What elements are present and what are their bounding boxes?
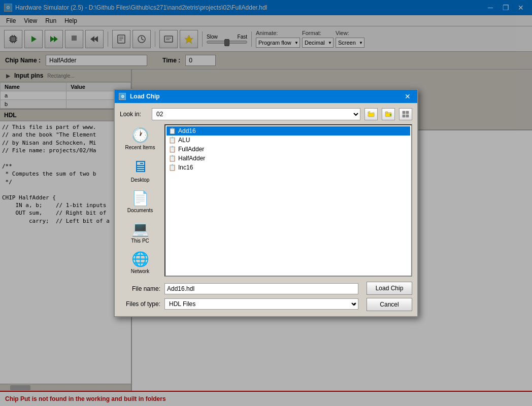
filetype-field: Files of type: HDL Files All Files <box>120 298 358 310</box>
dialog-title-bar: ⚙ Load Chip ✕ <box>115 90 417 103</box>
dialog-view-button[interactable] <box>399 108 412 120</box>
file-icon-add16: 📋 <box>169 127 176 134</box>
file-item-halfadder[interactable]: 📋 HalfAdder <box>167 154 410 163</box>
recent-label: Recent Items <box>125 145 155 150</box>
sidebar-item-desktop[interactable]: 🖥 Desktop <box>122 155 158 185</box>
dialog-title: Load Chip <box>130 93 160 100</box>
svg-rect-31 <box>385 112 388 113</box>
cancel-button[interactable]: Cancel <box>367 298 412 311</box>
dialog-toolbar-btn-up[interactable] <box>364 108 378 120</box>
filename-input[interactable] <box>164 283 358 294</box>
file-name-fulladder: FullAdder <box>178 146 204 153</box>
load-chip-dialog: ⚙ Load Chip ✕ Look in: 02 <box>114 89 418 317</box>
file-icon-inc16: 📋 <box>169 164 176 171</box>
dialog-close-button[interactable]: ✕ <box>402 91 413 101</box>
svg-rect-34 <box>406 111 409 114</box>
dialog-toolbar-btn-new[interactable]: + <box>382 108 395 120</box>
recent-icon: 🕐 <box>131 127 149 144</box>
sidebar-item-recent[interactable]: 🕐 Recent Items <box>122 124 158 153</box>
dialog-bottom: File name: Files of type: HDL Files All … <box>120 282 412 311</box>
svg-rect-36 <box>406 115 409 117</box>
dialog-lookin-select[interactable]: 02 <box>152 108 360 120</box>
dialog-action-buttons: Load Chip Cancel <box>367 282 412 311</box>
filename-label: File name: <box>120 285 160 292</box>
sidebar-item-thispc[interactable]: 💻 This PC <box>122 218 158 246</box>
desktop-label: Desktop <box>131 177 150 183</box>
desktop-icon: 🖥 <box>132 157 148 176</box>
file-icon-alu: 📋 <box>169 137 176 144</box>
network-label: Network <box>131 268 150 274</box>
sidebar-item-documents[interactable]: 📄 Documents <box>122 187 158 216</box>
dialog-main: 🕐 Recent Items 🖥 Desktop 📄 Documents 💻 T… <box>120 124 412 277</box>
thispc-icon: 💻 <box>131 220 149 237</box>
dialog-icon: ⚙ <box>119 93 126 100</box>
filename-field: File name: <box>120 283 358 294</box>
load-chip-button[interactable]: Load Chip <box>367 282 412 295</box>
file-name-inc16: Inc16 <box>178 164 193 171</box>
dialog-lookin-row: Look in: 02 + <box>120 108 412 120</box>
sidebar-item-network[interactable]: 🌐 Network <box>122 248 158 277</box>
network-icon: 🌐 <box>131 251 149 267</box>
documents-label: Documents <box>127 208 153 213</box>
documents-icon: 📄 <box>131 190 149 207</box>
file-item-alu[interactable]: 📋 ALU <box>167 136 410 145</box>
filetype-dropdown-wrapper: HDL Files All Files <box>164 298 358 310</box>
dialog-body: Look in: 02 + <box>115 103 417 316</box>
file-icon-fulladder: 📋 <box>169 146 176 153</box>
file-name-halfadder: HalfAdder <box>178 155 205 162</box>
file-item-inc16[interactable]: 📋 Inc16 <box>167 163 410 172</box>
dialog-file-list[interactable]: 📋 Add16 📋 ALU 📋 FullAdder 📋 HalfAdder 📋 <box>164 124 412 277</box>
dialog-lookin-label: Look in: <box>120 111 148 118</box>
svg-rect-35 <box>403 115 405 117</box>
thispc-label: This PC <box>131 238 149 244</box>
file-icon-halfadder: 📋 <box>169 155 176 162</box>
svg-text:+: + <box>389 113 392 117</box>
dialog-field-row: File name: Files of type: HDL Files All … <box>120 283 358 310</box>
file-name-add16: Add16 <box>178 127 196 134</box>
filetype-select[interactable]: HDL Files All Files <box>164 298 358 310</box>
dialog-sidebar: 🕐 Recent Items 🖥 Desktop 📄 Documents 💻 T… <box>120 124 160 277</box>
file-name-alu: ALU <box>178 137 190 144</box>
svg-rect-33 <box>403 111 405 114</box>
file-item-add16[interactable]: 📋 Add16 <box>167 126 410 136</box>
file-item-fulladder[interactable]: 📋 FullAdder <box>167 145 410 154</box>
filetype-label: Files of type: <box>120 300 160 308</box>
